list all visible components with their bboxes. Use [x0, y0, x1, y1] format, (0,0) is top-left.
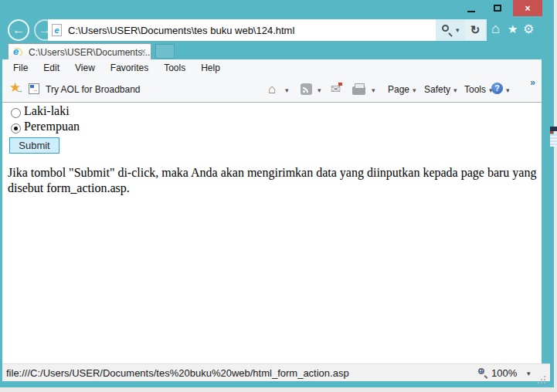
back-button[interactable]: ← — [8, 19, 29, 41]
print-caret-icon[interactable]: ▾ — [372, 86, 375, 94]
radio-0[interactable] — [11, 108, 21, 118]
favorites-button[interactable]: ★ — [508, 22, 518, 36]
add-favorite-button[interactable]: ★ → — [9, 81, 21, 94]
menu-file[interactable]: File — [5, 63, 36, 73]
settings-button[interactable]: ⚙ — [523, 22, 534, 36]
menu-view[interactable]: View — [67, 63, 103, 73]
ie-logo-icon: e — [54, 26, 59, 35]
zoom-magnifier-icon[interactable] — [478, 368, 484, 374]
aol-arrow-icon: → — [32, 87, 38, 93]
print-button[interactable] — [352, 86, 365, 95]
help-button[interactable]: ? — [491, 83, 503, 94]
page-favicon-icon: e — [52, 24, 62, 36]
menu-tools[interactable]: Tools — [156, 63, 193, 73]
refresh-button[interactable]: ↻ — [465, 20, 485, 40]
maximize-icon — [494, 5, 501, 12]
favorites-bar-link[interactable]: Try AOL for Broadband — [46, 84, 141, 95]
tab-favicon-icon: e — [13, 46, 19, 56]
resize-grip[interactable] — [544, 376, 545, 377]
title-bar: × — [0, 0, 554, 17]
address-bar[interactable]: e C:\Users\USER\Documents\tes buku web\1… — [48, 19, 487, 41]
home-button[interactable]: ⌂ — [491, 21, 500, 37]
safety-menu[interactable]: Safety — [424, 84, 450, 95]
window-edge-artifact — [550, 127, 557, 147]
tools-menu[interactable]: Tools — [464, 84, 486, 95]
gear-icon: ⚙ — [523, 22, 534, 35]
menu-favorites[interactable]: Favorites — [103, 63, 156, 73]
aol-favicon-icon: → — [29, 83, 39, 94]
browser-window: × ← → e C:\Users\USER\Documents\tes buku… — [0, 0, 554, 387]
overflow-chevron-icon[interactable]: » — [530, 77, 535, 88]
close-button[interactable]: × — [513, 0, 542, 16]
home-icon: ⌂ — [268, 82, 276, 96]
tab-title: C:\Users\USER\Documents... — [29, 47, 150, 58]
search-caret-icon[interactable]: ▾ — [456, 26, 460, 34]
zoom-level[interactable]: 100% — [491, 367, 517, 379]
radio-label-perempuan[interactable]: Perempuan — [24, 120, 80, 133]
address-bar-tools: ▾ ↻ — [436, 19, 487, 41]
read-mail-button[interactable]: ✉ — [331, 83, 341, 96]
new-tab-button[interactable] — [155, 44, 175, 59]
browser-tab[interactable]: e C:\Users\USER\Documents... × — [8, 43, 151, 59]
menu-bar: File Edit View Favorites Tools Help — [2, 59, 542, 76]
safety-caret-icon[interactable]: ▾ — [453, 86, 457, 94]
screenshot-stage: × ← → e C:\Users\USER\Documents\tes buku… — [0, 0, 557, 392]
home-caret-icon[interactable]: ▾ — [285, 86, 289, 94]
page-menu[interactable]: Page — [388, 84, 409, 95]
description-paragraph: Jika tombol "Submit" di-click, maka Anda… — [8, 165, 549, 196]
status-bar: file:///C:/Users/USER/Documents/tes%20bu… — [2, 363, 550, 381]
menu-help[interactable]: Help — [193, 63, 228, 73]
feeds-button[interactable] — [301, 83, 312, 95]
desktop-backdrop — [554, 0, 557, 392]
star-icon: ★ — [508, 22, 518, 35]
radio-label-laki-laki[interactable]: Laki-laki — [24, 104, 70, 118]
home-icon: ⌂ — [491, 21, 500, 36]
zoom-caret-icon[interactable]: ▾ — [527, 370, 531, 377]
help-icon: ? — [494, 84, 499, 93]
page-viewport: Laki-laki Perempuan Submit Jika tombol "… — [2, 103, 542, 363]
address-url[interactable]: C:\Users\USER\Documents\tes buku web\124… — [68, 25, 294, 36]
status-link-url: file:///C:/Users/USER/Documents/tes%20bu… — [6, 367, 349, 379]
feeds-caret-icon[interactable]: ▾ — [318, 86, 321, 94]
home-command-button[interactable]: ⌂ — [268, 83, 276, 96]
desktop-backdrop — [0, 387, 557, 392]
help-caret-icon[interactable]: ▾ — [506, 86, 510, 94]
command-bar: ★ → → Try AOL for Broadband ⌂ ▾ ▾ ✉ ▾ — [2, 76, 542, 103]
maximize-button[interactable] — [487, 0, 508, 16]
minimize-button[interactable] — [460, 0, 482, 16]
menu-edit[interactable]: Edit — [36, 63, 67, 73]
minimize-icon — [467, 11, 475, 12]
green-arrow-icon: → — [16, 87, 23, 94]
close-icon: × — [525, 3, 530, 14]
radio-1[interactable] — [11, 123, 21, 133]
refresh-icon: ↻ — [470, 23, 481, 37]
submit-button[interactable]: Submit — [9, 137, 59, 154]
tab-close-icon[interactable]: × — [141, 46, 146, 57]
back-arrow-icon: ← — [12, 23, 25, 37]
search-icon[interactable] — [442, 25, 449, 32]
page-caret-icon[interactable]: ▾ — [413, 86, 416, 94]
